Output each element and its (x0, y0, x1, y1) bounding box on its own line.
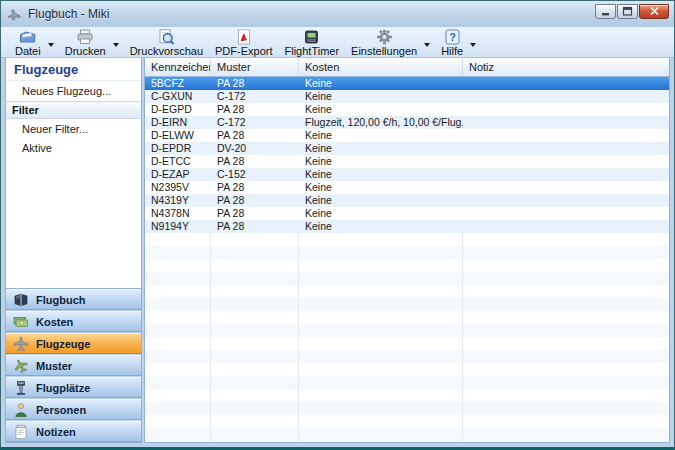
cell-kosten: Keine (299, 168, 463, 181)
toolbar-pdf-export-label: PDF-Export (215, 45, 272, 57)
table-row[interactable]: N9194Y PA 28 Keine (145, 220, 669, 233)
cell-muster: C-172 (211, 116, 299, 129)
table-row[interactable]: C-GXUN C-172 Keine (145, 90, 669, 103)
logbook-icon (13, 292, 29, 308)
table-row[interactable]: N4319Y PA 28 Keine (145, 194, 669, 207)
toolbar-datei-label: Datei (15, 45, 41, 57)
cell-kosten: Keine (299, 142, 463, 155)
toolbar-drucken-button[interactable]: Drucken (59, 28, 112, 57)
flight-timer-icon (303, 29, 320, 45)
cell-muster: PA 28 (211, 103, 299, 116)
column-header-notiz[interactable]: Notiz (463, 58, 669, 76)
hilfe-dropdown-arrow[interactable] (470, 43, 476, 47)
sidebar-item-flugbuch[interactable]: Flugbuch (6, 289, 141, 310)
cell-muster: PA 28 (211, 129, 299, 142)
cell-kennzeichen: C-GXUN (145, 90, 211, 103)
sidebar-item-flugplaetze[interactable]: Flugplätze (6, 377, 141, 398)
printer-icon (76, 29, 94, 45)
cell-muster: PA 28 (211, 77, 299, 90)
active-filter-link[interactable]: Aktive (6, 138, 141, 157)
sidebar-item-kosten[interactable]: Kosten (6, 311, 141, 332)
column-header-muster[interactable]: Muster (211, 58, 299, 76)
folder-icon (18, 29, 37, 45)
column-header-kosten[interactable]: Kosten (299, 58, 463, 76)
sidebar-panel-title: Flugzeuge (6, 58, 141, 81)
cell-muster: PA 28 (211, 155, 299, 168)
toolbar: Datei Drucken D (1, 27, 674, 58)
content-area: Flugzeuge Neues Flugzeug... Filter Neuer… (1, 58, 674, 447)
cell-muster: PA 28 (211, 220, 299, 233)
sidebar-spacer (6, 157, 141, 288)
table-row[interactable]: D-EZAP C-152 Keine (145, 168, 669, 181)
aircraft-type-icon (13, 358, 29, 374)
cell-kennzeichen: 5BCFZ (145, 77, 211, 90)
sidebar-item-muster[interactable]: Muster (6, 355, 141, 376)
table-empty-area[interactable] (145, 233, 669, 442)
cell-kennzeichen: D-ELWW (145, 129, 211, 142)
column-label: Notiz (469, 61, 494, 73)
table-row[interactable]: 5BCFZ PA 28 Keine (145, 77, 669, 90)
sidebar-item-label: Flugplätze (36, 382, 90, 394)
cell-muster: PA 28 (211, 194, 299, 207)
table-row[interactable]: D-EIRN C-172 Flugzeit, 120,00 €/h, 10,00… (145, 116, 669, 129)
cell-muster: C-152 (211, 168, 299, 181)
table-row[interactable]: N2395V PA 28 Keine (145, 181, 669, 194)
cell-kennzeichen: N4319Y (145, 194, 211, 207)
cell-kosten: Keine (299, 103, 463, 116)
toolbar-flighttimer-button[interactable]: FlightTimer (278, 28, 345, 57)
filter-header: Filter (6, 101, 141, 119)
sidebar-item-label: Flugzeuge (36, 338, 90, 350)
cell-kosten: Keine (299, 194, 463, 207)
new-aircraft-link[interactable]: Neues Flugzeug... (6, 81, 141, 100)
cell-kosten: Keine (299, 90, 463, 103)
einstellungen-dropdown-arrow[interactable] (424, 43, 430, 47)
pdf-icon (236, 29, 252, 45)
cell-kosten: Keine (299, 207, 463, 220)
sidebar-item-label: Kosten (36, 316, 73, 328)
table-row[interactable]: N4378N PA 28 Keine (145, 207, 669, 220)
table-row[interactable]: D-EGPD PA 28 Keine (145, 103, 669, 116)
app-window: Flugbuch - Miki (0, 0, 675, 450)
sidebar-item-label: Personen (36, 404, 86, 416)
column-separator (298, 233, 299, 442)
cell-kennzeichen: D-EPDR (145, 142, 211, 155)
toolbar-einstellungen-button[interactable]: Einstellungen (345, 28, 423, 57)
column-header-kennzeichen[interactable]: Kennzeichen (145, 58, 211, 76)
toolbar-pdf-export-button[interactable]: PDF-Export (209, 28, 278, 57)
sidebar-item-flugzeuge[interactable]: Flugzeuge (6, 333, 141, 354)
column-label: Muster (217, 61, 251, 73)
new-filter-link[interactable]: Neuer Filter... (6, 119, 141, 138)
table-row[interactable]: D-ELWW PA 28 Keine (145, 129, 669, 142)
cell-notiz (463, 207, 669, 220)
maximize-button[interactable] (617, 4, 638, 19)
cell-kosten: Keine (299, 129, 463, 142)
sidebar: Flugzeuge Neues Flugzeug... Filter Neuer… (5, 58, 142, 443)
toolbar-hilfe-button[interactable]: ? Hilfe (435, 28, 469, 57)
table-header: Kennzeichen Muster Kosten Notiz (145, 58, 669, 77)
cell-notiz (463, 103, 669, 116)
cell-notiz (463, 116, 669, 129)
drucken-dropdown-arrow[interactable] (113, 43, 119, 47)
toolbar-druckvorschau-button[interactable]: Druckvorschau (124, 28, 209, 57)
toolbar-datei-button[interactable]: Datei (9, 28, 47, 57)
cell-muster: PA 28 (211, 181, 299, 194)
title-bar: Flugbuch - Miki (1, 1, 674, 27)
cell-notiz (463, 77, 669, 90)
cell-notiz (463, 155, 669, 168)
table-row[interactable]: D-ETCC PA 28 Keine (145, 155, 669, 168)
sidebar-item-label: Flugbuch (36, 294, 86, 306)
window-controls (595, 4, 669, 19)
cell-kennzeichen: D-EIRN (145, 116, 211, 129)
window-title: Flugbuch - Miki (28, 7, 109, 21)
cell-kennzeichen: N2395V (145, 181, 211, 194)
cell-kennzeichen: D-ETCC (145, 155, 211, 168)
datei-dropdown-arrow[interactable] (48, 43, 54, 47)
cell-kosten: Keine (299, 181, 463, 194)
minimize-icon (600, 6, 611, 17)
sidebar-item-personen[interactable]: Personen (6, 399, 141, 420)
sidebar-item-notizen[interactable]: Notizen (6, 421, 141, 442)
minimize-button[interactable] (595, 4, 616, 19)
cell-kennzeichen: D-EGPD (145, 103, 211, 116)
table-row[interactable]: D-EPDR DV-20 Keine (145, 142, 669, 155)
close-button[interactable] (639, 4, 669, 19)
